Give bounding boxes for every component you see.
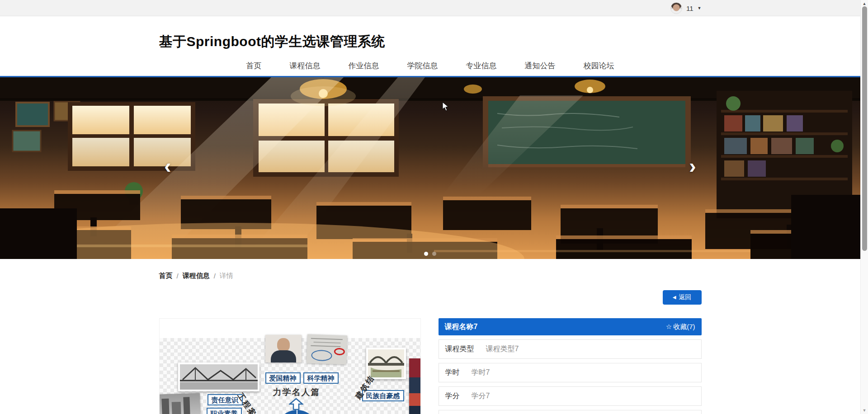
hero-carousel: ‹ › — [0, 77, 860, 259]
course-name: 课程名称7 — [445, 322, 478, 332]
badge-science: 科学精神 — [303, 372, 339, 384]
bw-city-photo — [159, 393, 201, 414]
breadcrumb-course-link[interactable]: 课程信息 — [183, 272, 210, 280]
course-type-value: 课程类型7 — [486, 344, 519, 354]
course-credits-label: 学分 — [445, 391, 460, 401]
breadcrumb-home-link[interactable]: 首页 — [159, 272, 173, 280]
course-hours-row: 学时 学时7 — [439, 363, 702, 382]
watercolor-bridge-photo — [366, 348, 406, 379]
carousel-dots — [0, 252, 860, 256]
nav-item-notice[interactable]: 通知公告 — [525, 62, 556, 70]
main-nav: 首页 课程信息 作业信息 学院信息 专业信息 通知公告 校园论坛 — [0, 62, 860, 77]
course-type-row: 课程类型 课程类型7 — [439, 339, 702, 359]
nav-item-forum[interactable]: 校园论坛 — [584, 62, 614, 70]
nav-item-courses[interactable]: 课程信息 — [290, 62, 321, 70]
back-button[interactable]: ◀ 返回 — [663, 290, 702, 305]
course-type-label: 课程类型 — [445, 344, 474, 354]
badge-patriotism: 爱国精神 — [265, 372, 301, 384]
course-credits-row: 学分 学分7 — [439, 386, 702, 406]
vertical-scrollbar[interactable]: ▲ ▼ — [860, 0, 868, 414]
browser-page: 11 ▼ 基于Springboot的学生选课管理系统 首页 课程信息 作业信息 … — [0, 0, 860, 414]
breadcrumb-separator: / — [214, 272, 216, 280]
classroom-carousel-image — [0, 77, 860, 259]
user-menu[interactable]: 11 ▼ — [670, 2, 702, 14]
back-button-label: 返回 — [679, 293, 691, 301]
course-hours-value: 学时7 — [472, 368, 490, 377]
badge-national-pride: 民族自豪感 — [362, 390, 404, 401]
chevron-down-icon: ▼ — [698, 6, 702, 10]
carousel-next-button[interactable]: › — [682, 155, 703, 179]
nav-item-home[interactable]: 首页 — [246, 62, 262, 70]
badge-professionalism: 职业素养 — [207, 408, 242, 414]
star-icon: ☆ — [666, 323, 672, 331]
site-header: 基于Springboot的学生选课管理系统 首页 课程信息 作业信息 学院信息 … — [0, 16, 860, 77]
nav-item-homework[interactable]: 作业信息 — [349, 62, 379, 70]
breadcrumb-current: 详情 — [220, 272, 233, 280]
favorite-label: 收藏(7) — [673, 323, 695, 331]
username: 11 — [686, 5, 693, 12]
page-title: 基于Springboot的学生选课管理系统 — [159, 33, 702, 51]
mouse-cursor-icon — [442, 102, 449, 113]
nav-item-college[interactable]: 学院信息 — [407, 62, 438, 70]
course-image: 爱国精神 科学精神 力学名人篇 责任意识 职业素养 工程案例篇 — [159, 318, 421, 414]
scrollbar-down-icon[interactable]: ▼ — [861, 408, 868, 413]
poster-edge-photo — [409, 358, 421, 414]
course-credits-value: 学分7 — [472, 391, 490, 401]
collage-caption: 力学名人篇 — [273, 386, 321, 398]
course-start-date-row: 开课时间 2025-03-13 — [439, 410, 702, 414]
course-info-panel: 课程名称7 ☆ 收藏(7) 课程类型 课程类型7 学时 学时7 学分 学分7 — [439, 318, 702, 414]
breadcrumb-separator: / — [177, 272, 179, 280]
back-arrow-icon: ◀ — [673, 295, 676, 300]
carousel-prev-button[interactable]: ‹ — [157, 155, 178, 179]
carousel-dot-2[interactable] — [432, 252, 436, 256]
course-header: 课程名称7 ☆ 收藏(7) — [439, 318, 702, 335]
favorite-button[interactable]: ☆ 收藏(7) — [666, 323, 695, 331]
scientist-portrait-photo — [265, 335, 302, 362]
user-avatar[interactable] — [670, 2, 682, 14]
main-content: 首页 / 课程信息 / 详情 ◀ 返回 — [159, 272, 702, 414]
course-hours-label: 学时 — [445, 368, 460, 377]
nav-item-major[interactable]: 专业信息 — [466, 62, 497, 70]
bridge-photo — [178, 362, 259, 391]
top-bar: 11 ▼ — [0, 0, 860, 16]
scrollbar-up-icon[interactable]: ▲ — [861, 1, 868, 6]
scrollbar-thumb[interactable] — [862, 6, 867, 251]
breadcrumb: 首页 / 课程信息 / 详情 — [159, 272, 702, 280]
carousel-dot-1[interactable] — [424, 252, 428, 256]
handwritten-letter-photo — [306, 334, 347, 364]
